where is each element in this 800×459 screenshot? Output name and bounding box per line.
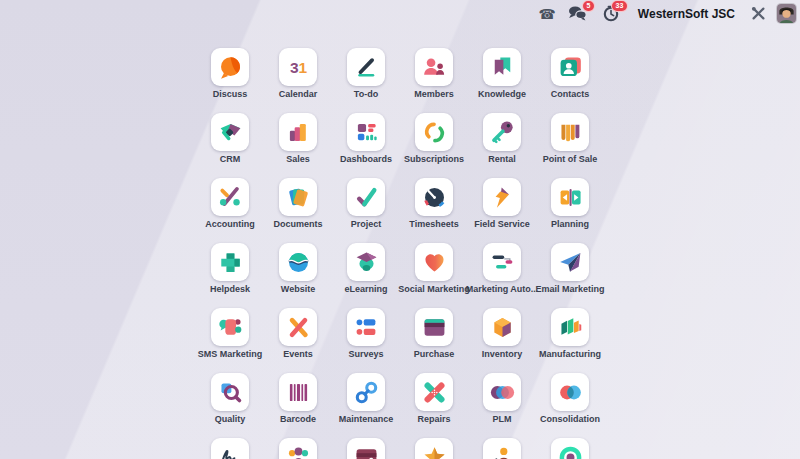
app-helpdesk[interactable]: Helpdesk bbox=[211, 243, 249, 295]
app-elearning[interactable]: eLearning bbox=[347, 243, 385, 295]
app-documents[interactable]: Documents bbox=[279, 178, 317, 230]
app-label: Contacts bbox=[532, 89, 608, 100]
app-crm[interactable]: CRM bbox=[211, 113, 249, 165]
app-label: Dashboards bbox=[328, 154, 404, 165]
app-manufacturing[interactable]: Manufacturing bbox=[551, 308, 589, 360]
app-calendar[interactable]: 31Calendar bbox=[279, 48, 317, 100]
dashboards-icon bbox=[347, 113, 385, 151]
app-events[interactable]: Events bbox=[279, 308, 317, 360]
messages-button[interactable]: 5 bbox=[568, 4, 587, 24]
marketing-automation-icon bbox=[483, 243, 521, 281]
app-label: Barcode bbox=[260, 414, 336, 425]
app-todo[interactable]: To-do bbox=[347, 48, 385, 100]
attendances-icon bbox=[551, 438, 589, 459]
app-members[interactable]: Members bbox=[415, 48, 453, 100]
subscriptions-icon bbox=[415, 113, 453, 151]
app-email-marketing[interactable]: Email Marketing bbox=[551, 243, 589, 295]
app-purchase[interactable]: Purchase bbox=[415, 308, 453, 360]
top-bar: ☎ 5 33 WesternSoft JSC bbox=[532, 0, 796, 27]
appraisal-icon bbox=[483, 438, 521, 459]
user-avatar[interactable] bbox=[777, 4, 796, 23]
app-discuss[interactable]: Discuss bbox=[211, 48, 249, 100]
app-appraisal[interactable] bbox=[483, 438, 521, 459]
app-label: Maintenance bbox=[328, 414, 404, 425]
app-social-marketing[interactable]: Social Marketing bbox=[415, 243, 453, 295]
app-label: Accounting bbox=[192, 219, 268, 230]
app-label: Website bbox=[260, 284, 336, 295]
accounting-icon bbox=[211, 178, 249, 216]
app-label: Surveys bbox=[328, 349, 404, 360]
app-surveys[interactable]: Surveys bbox=[347, 308, 385, 360]
app-label: Calendar bbox=[260, 89, 336, 100]
app-field-service[interactable]: Field Service bbox=[483, 178, 521, 230]
voip-button[interactable]: ☎ bbox=[538, 4, 555, 24]
app-label: Field Service bbox=[464, 219, 540, 230]
app-barcode[interactable]: Barcode bbox=[279, 373, 317, 425]
app-timesheets[interactable]: Timesheets bbox=[415, 178, 453, 230]
app-label: Manufacturing bbox=[532, 349, 608, 360]
timesheets-icon bbox=[415, 178, 453, 216]
app-attendances[interactable] bbox=[551, 438, 589, 459]
app-marketing-automation[interactable]: Marketing Auto... bbox=[483, 243, 521, 295]
app-employees[interactable] bbox=[279, 438, 317, 459]
app-label: To-do bbox=[328, 89, 404, 100]
app-contacts[interactable]: Contacts bbox=[551, 48, 589, 100]
elearning-icon bbox=[347, 243, 385, 281]
app-sales[interactable]: Sales bbox=[279, 113, 317, 165]
app-label: Inventory bbox=[464, 349, 540, 360]
app-label: Events bbox=[260, 349, 336, 360]
app-label: Repairs bbox=[396, 414, 472, 425]
website-icon bbox=[279, 243, 317, 281]
avatar-image bbox=[777, 4, 796, 23]
app-label: Timesheets bbox=[396, 219, 472, 230]
app-label: Quality bbox=[192, 414, 268, 425]
app-project[interactable]: Project bbox=[347, 178, 385, 230]
app-inventory[interactable]: Inventory bbox=[483, 308, 521, 360]
quality-icon bbox=[211, 373, 249, 411]
app-grid: Discuss31CalendarTo-doMembersKnowledgeCo… bbox=[211, 48, 589, 459]
contacts-icon bbox=[551, 48, 589, 86]
app-repairs[interactable]: Repairs bbox=[415, 373, 453, 425]
tools-button[interactable] bbox=[751, 4, 766, 24]
app-label: Members bbox=[396, 89, 472, 100]
app-maintenance[interactable]: Maintenance bbox=[347, 373, 385, 425]
app-label: Marketing Auto... bbox=[464, 284, 540, 295]
app-label: Planning bbox=[532, 219, 608, 230]
app-sms-marketing[interactable]: SMS Marketing bbox=[211, 308, 249, 360]
app-label: Documents bbox=[260, 219, 336, 230]
user-menu-company-name[interactable]: WesternSoft JSC bbox=[638, 7, 735, 21]
activities-button[interactable]: 33 bbox=[603, 4, 620, 24]
plm-icon bbox=[483, 373, 521, 411]
repairs-icon bbox=[415, 373, 453, 411]
app-label: Point of Sale bbox=[532, 154, 608, 165]
app-label: Social Marketing bbox=[396, 284, 472, 295]
helpdesk-icon bbox=[211, 243, 249, 281]
app-accounting[interactable]: Accounting bbox=[211, 178, 249, 230]
app-planning[interactable]: Planning bbox=[551, 178, 589, 230]
app-payroll[interactable] bbox=[347, 438, 385, 459]
app-label: Consolidation bbox=[532, 414, 608, 425]
app-referral[interactable] bbox=[415, 438, 453, 459]
app-label: CRM bbox=[192, 154, 268, 165]
app-label: Helpdesk bbox=[192, 284, 268, 295]
project-icon bbox=[347, 178, 385, 216]
app-website[interactable]: Website bbox=[279, 243, 317, 295]
planning-icon bbox=[551, 178, 589, 216]
inventory-icon bbox=[483, 308, 521, 346]
app-consolidation[interactable]: Consolidation bbox=[551, 373, 589, 425]
app-point-of-sale[interactable]: Point of Sale bbox=[551, 113, 589, 165]
app-subscriptions[interactable]: Subscriptions bbox=[415, 113, 453, 165]
app-quality[interactable]: Quality bbox=[211, 373, 249, 425]
app-knowledge[interactable]: Knowledge bbox=[483, 48, 521, 100]
app-rental[interactable]: Rental bbox=[483, 113, 521, 165]
field-service-icon bbox=[483, 178, 521, 216]
app-label: SMS Marketing bbox=[192, 349, 268, 360]
messages-badge: 5 bbox=[582, 0, 595, 12]
app-sign[interactable] bbox=[211, 438, 249, 459]
app-plm[interactable]: PLM bbox=[483, 373, 521, 425]
app-dashboards[interactable]: Dashboards bbox=[347, 113, 385, 165]
app-label: Email Marketing bbox=[532, 284, 608, 295]
tools-icon bbox=[751, 6, 766, 21]
app-label: Sales bbox=[260, 154, 336, 165]
app-label: PLM bbox=[464, 414, 540, 425]
